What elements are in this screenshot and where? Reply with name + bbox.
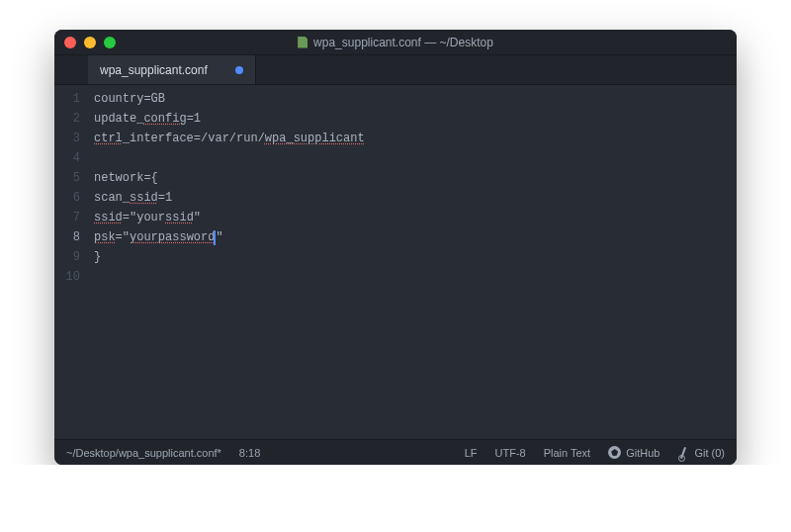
status-cursor-pos[interactable]: 8:18	[239, 447, 260, 459]
status-encoding[interactable]: UTF-8	[495, 447, 526, 459]
status-github-label: GitHub	[626, 447, 659, 459]
code-line[interactable]	[94, 267, 737, 287]
window-controls	[64, 37, 116, 48]
zoom-icon[interactable]	[104, 37, 116, 48]
titlebar[interactable]: wpa_supplicant.conf — ~/Desktop	[54, 30, 737, 55]
line-number[interactable]: 1	[54, 89, 94, 109]
line-number[interactable]: 10	[54, 267, 94, 287]
tab-bar: wpa_supplicant.conf	[54, 55, 737, 85]
github-icon	[608, 446, 621, 459]
git-branch-icon	[677, 447, 689, 459]
code-line[interactable]: }	[94, 247, 737, 267]
code-line[interactable]: ctrl_interface=/var/run/wpa_supplicant	[94, 129, 737, 148]
tab-file[interactable]: wpa_supplicant.conf	[88, 55, 256, 84]
text-cursor	[214, 230, 216, 245]
window-title-text: wpa_supplicant.conf — ~/Desktop	[313, 36, 493, 49]
code-line[interactable]	[94, 148, 737, 168]
dirty-indicator-icon[interactable]	[235, 66, 243, 74]
close-icon[interactable]	[64, 37, 76, 48]
window-title: wpa_supplicant.conf — ~/Desktop	[54, 36, 737, 49]
editor-area[interactable]: 12345678910 country=GBupdate_config=1ctr…	[54, 85, 737, 439]
line-number[interactable]: 2	[54, 109, 94, 129]
status-bar: ~/Desktop/wpa_supplicant.conf* 8:18 LF U…	[54, 439, 737, 465]
file-icon	[298, 37, 308, 48]
code-line[interactable]: scan_ssid=1	[94, 188, 737, 208]
line-number[interactable]: 9	[54, 247, 94, 267]
status-git-label: Git (0)	[694, 447, 725, 459]
line-number[interactable]: 5	[54, 168, 94, 188]
code-line[interactable]: update_config=1	[94, 109, 737, 129]
code-content[interactable]: country=GBupdate_config=1ctrl_interface=…	[94, 85, 737, 439]
minimize-icon[interactable]	[84, 37, 96, 48]
line-number[interactable]: 7	[54, 208, 94, 227]
status-github[interactable]: GitHub	[608, 446, 659, 459]
status-git[interactable]: Git (0)	[677, 447, 725, 459]
line-number[interactable]: 4	[54, 148, 94, 168]
status-line-ending[interactable]: LF	[465, 447, 478, 459]
code-line[interactable]: country=GB	[94, 89, 737, 109]
status-grammar[interactable]: Plain Text	[544, 447, 591, 459]
code-line[interactable]: ssid="yourssid"	[94, 208, 737, 227]
code-line[interactable]: network={	[94, 168, 737, 188]
line-number[interactable]: 3	[54, 129, 94, 148]
editor-window: wpa_supplicant.conf — ~/Desktop wpa_supp…	[54, 30, 737, 465]
gutter: 12345678910	[54, 85, 94, 439]
line-number[interactable]: 8	[54, 227, 94, 247]
status-filepath[interactable]: ~/Desktop/wpa_supplicant.conf*	[66, 447, 221, 459]
line-number[interactable]: 6	[54, 188, 94, 208]
code-line[interactable]: psk="yourpassword"	[94, 227, 737, 247]
tab-label: wpa_supplicant.conf	[100, 63, 208, 77]
